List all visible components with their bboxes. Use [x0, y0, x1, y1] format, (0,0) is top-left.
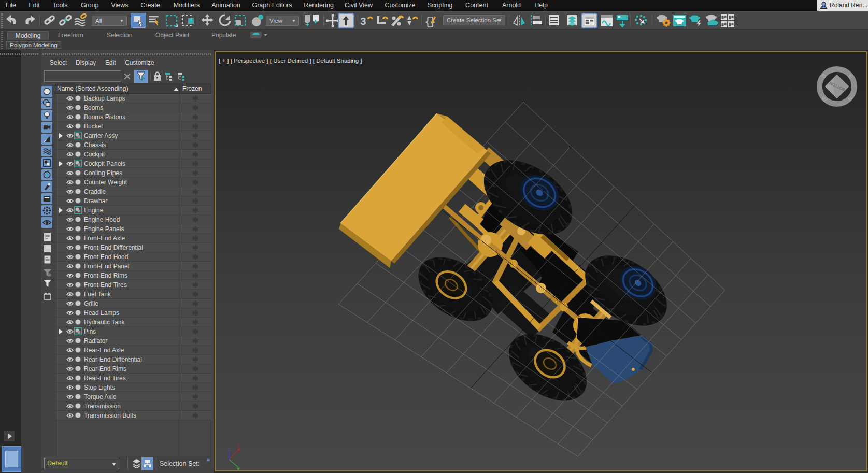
svg-text:z: z	[228, 447, 231, 452]
svg-text:y: y	[238, 465, 240, 470]
svg-text:x: x	[237, 443, 240, 448]
svg-text:[ + ] [ Perspective ] [ User D: [ + ] [ Perspective ] [ User Defined ] […	[219, 58, 362, 64]
svg-text:3: 3	[360, 15, 366, 27]
